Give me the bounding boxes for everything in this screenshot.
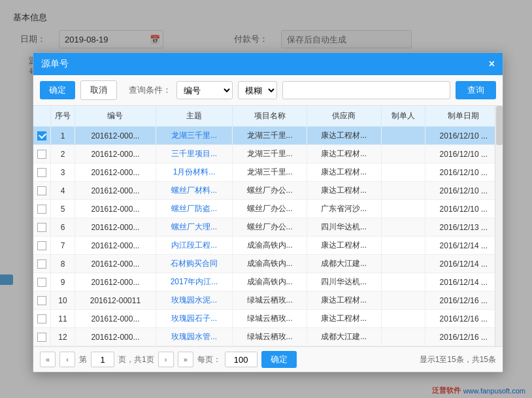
row-subject[interactable]: 石材购买合同 [156, 255, 232, 273]
row-code: 201612-000... [75, 310, 156, 328]
row-subject[interactable]: 螺丝厂防盗... [156, 200, 232, 218]
row-checkbox[interactable] [37, 296, 46, 305]
scrollbar-track[interactable] [495, 106, 503, 346]
fuzzy-select[interactable]: 模糊 精确 [238, 81, 277, 99]
table-row[interactable]: 5201612-000...螺丝厂防盗...螺丝厂办公...广东省河沙...20… [33, 200, 503, 218]
row-seq: 11 [51, 310, 75, 328]
row-code: 201612-000... [75, 127, 156, 145]
row-subject[interactable]: 玫瑰园石子... [156, 310, 232, 328]
row-subject[interactable]: 内江段工程... [156, 237, 232, 255]
row-code: 201612-000... [75, 182, 156, 200]
row-supplier: 康达工程材... [307, 163, 381, 182]
table-body: 1201612-000...龙湖三千里...龙湖三千里...康达工程材...20… [33, 127, 503, 346]
first-page-button[interactable]: « [40, 352, 56, 367]
row-date: 2016/12/16 ... [425, 328, 502, 346]
row-creator [381, 310, 425, 328]
row-checkbox-cell[interactable] [33, 328, 51, 346]
row-checkbox[interactable] [37, 241, 46, 250]
row-subject[interactable]: 龙湖三千里... [156, 127, 232, 145]
table-row[interactable]: 3201612-000...1月份材料...龙湖三千里...康达工程材...20… [33, 163, 503, 182]
modal-close-button[interactable]: × [489, 58, 495, 70]
header-subject: 主题 [156, 106, 232, 127]
row-supplier: 康达工程材... [307, 291, 381, 310]
table-row[interactable]: 4201612-000...螺丝厂材料...螺丝厂办公...康达工程材...20… [33, 182, 503, 200]
row-subject[interactable]: 玫瑰园水泥... [156, 291, 232, 310]
row-checkbox[interactable] [37, 205, 46, 214]
row-project: 成渝高铁内... [233, 237, 307, 255]
row-checkbox-cell[interactable] [33, 255, 51, 273]
footer-confirm-button[interactable]: 确定 [261, 351, 297, 368]
row-subject[interactable]: 2017年内江... [156, 273, 232, 291]
row-seq: 4 [51, 182, 75, 200]
per-page-input[interactable] [225, 352, 258, 367]
search-button[interactable]: 查询 [456, 81, 496, 99]
table-row[interactable]: 2201612-000...三千里项目...龙湖三千里...康达工程材...20… [33, 145, 503, 163]
row-checkbox-cell[interactable] [33, 163, 51, 182]
row-date: 2016/12/10 ... [425, 145, 502, 163]
row-creator [381, 218, 425, 237]
row-supplier: 康达工程材... [307, 127, 381, 145]
table-row[interactable]: 11201612-000...玫瑰园石子...绿城云栖玫...康达工程材...2… [33, 310, 503, 328]
scrollbar-thumb[interactable] [496, 106, 503, 145]
row-checkbox[interactable] [37, 168, 46, 177]
row-date: 2016/12/13 ... [425, 218, 502, 237]
row-seq: 5 [51, 200, 75, 218]
row-checkbox-cell[interactable] [33, 273, 51, 291]
modal-cancel-button[interactable]: 取消 [80, 80, 117, 100]
last-page-button[interactable]: » [178, 352, 193, 367]
row-subject[interactable]: 1月份材料... [156, 163, 232, 182]
row-seq: 6 [51, 218, 75, 237]
query-condition-label: 查询条件： [129, 84, 171, 96]
row-subject[interactable]: 螺丝厂材料... [156, 182, 232, 200]
row-subject[interactable]: 螺丝厂大理... [156, 218, 232, 237]
row-creator [381, 182, 425, 200]
row-date: 2016/12/16 ... [425, 291, 502, 310]
data-table: 序号 编号 主题 项目名称 供应商 制单人 制单日期 1201612-000..… [33, 106, 503, 346]
row-project: 绿城云栖玫... [233, 310, 307, 328]
row-creator [381, 145, 425, 163]
row-checkbox[interactable] [37, 150, 46, 159]
total-pages-label: 页，共1页 [118, 354, 154, 365]
table-row[interactable]: 6201612-000...螺丝厂大理...螺丝厂办公...四川华达机...20… [33, 218, 503, 237]
table-row[interactable]: 8201612-000...石材购买合同成渝高铁内...成都大江建...2016… [33, 255, 503, 273]
prev-page-button[interactable]: ‹ [59, 352, 75, 367]
row-project: 螺丝厂办公... [233, 182, 307, 200]
row-checkbox[interactable] [37, 333, 46, 342]
row-checkbox-cell[interactable] [33, 182, 51, 200]
modal-confirm-button[interactable]: 确定 [40, 81, 75, 99]
row-checkbox-cell[interactable] [33, 291, 51, 310]
row-date: 2016/12/10 ... [425, 182, 502, 200]
row-supplier: 成都大江建... [307, 255, 381, 273]
modal-header: 源单号 × [33, 53, 503, 75]
table-row[interactable]: 9201612-000...2017年内江...成渝高铁内...四川华达机...… [33, 273, 503, 291]
row-checkbox[interactable] [37, 278, 46, 287]
row-checkbox-cell[interactable] [33, 310, 51, 328]
row-checkbox-cell[interactable] [33, 237, 51, 255]
table-row[interactable]: 12201612-000...玫瑰园水管...绿城云栖玫...成都大江建...2… [33, 328, 503, 346]
next-page-button[interactable]: › [158, 352, 174, 367]
row-project: 螺丝厂办公... [233, 218, 307, 237]
row-checkbox[interactable] [37, 131, 46, 141]
search-keyword-input[interactable] [282, 81, 450, 99]
row-subject[interactable]: 玫瑰园水管... [156, 328, 232, 346]
row-creator [381, 127, 425, 145]
table-row[interactable]: 10201612-00011玫瑰园水泥...绿城云栖玫...康达工程材...20… [33, 291, 503, 310]
table-row[interactable]: 7201612-000...内江段工程...成渝高铁内...康达工程材...20… [33, 237, 503, 255]
row-checkbox[interactable] [37, 223, 46, 232]
row-code: 201612-000... [75, 255, 156, 273]
row-checkbox-cell[interactable] [33, 218, 51, 237]
header-date: 制单日期 [425, 106, 502, 127]
row-checkbox-cell[interactable] [33, 200, 51, 218]
row-checkbox-cell[interactable] [33, 127, 51, 145]
modal-title: 源单号 [41, 58, 69, 70]
row-checkbox-cell[interactable] [33, 145, 51, 163]
row-checkbox[interactable] [37, 314, 46, 323]
condition-select[interactable]: 编号 主题 项目名称 [176, 81, 233, 99]
page-input[interactable] [91, 352, 114, 367]
table-row[interactable]: 1201612-000...龙湖三千里...龙湖三千里...康达工程材...20… [33, 127, 503, 145]
row-date: 2016/12/14 ... [425, 255, 502, 273]
row-checkbox[interactable] [37, 259, 46, 269]
row-checkbox[interactable] [37, 186, 46, 195]
row-date: 2016/12/10 ... [425, 200, 502, 218]
row-subject[interactable]: 三千里项目... [156, 145, 232, 163]
